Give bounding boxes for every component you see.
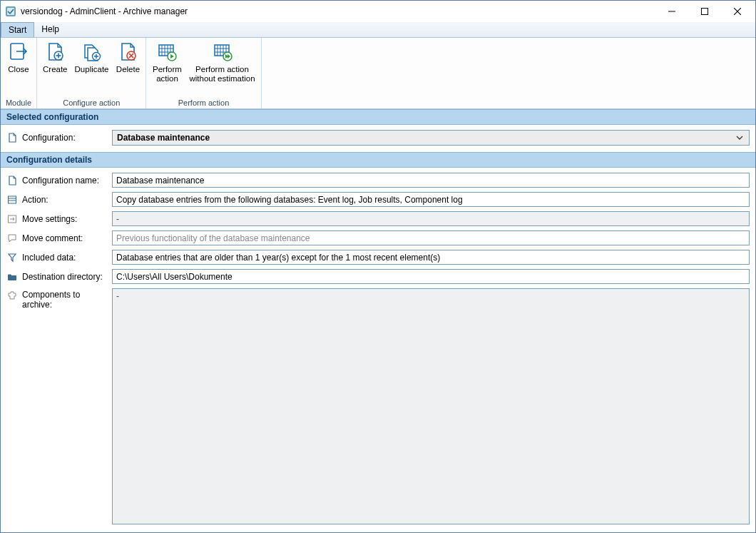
- destination-field[interactable]: [112, 269, 750, 284]
- ribbon-btn-label: Perform action without estimation: [189, 65, 255, 83]
- ribbon-group-module: Close Module: [1, 38, 37, 108]
- action-label: Action:: [22, 195, 108, 205]
- ribbon-group-label: Perform action: [149, 98, 257, 108]
- menu-start[interactable]: Start: [1, 22, 34, 37]
- included-data-label: Included data:: [22, 253, 108, 263]
- perform-no-estimation-button[interactable]: Perform action without estimation: [186, 39, 257, 85]
- titlebar: versiondog - AdminClient - Archive manag…: [1, 1, 755, 22]
- ribbon-btn-label: Delete: [116, 65, 140, 74]
- configuration-dropdown[interactable]: Database maintenance: [112, 130, 750, 146]
- menubar: Start Help: [1, 22, 755, 38]
- close-module-icon: [7, 41, 30, 64]
- config-name-label: Configuration name:: [22, 176, 108, 186]
- perform-icon: [155, 41, 178, 64]
- move-settings-field: [112, 211, 750, 226]
- move-settings-label: Move settings:: [22, 214, 108, 224]
- ribbon: Close Module Create: [1, 38, 755, 109]
- move-settings-icon: [6, 213, 18, 225]
- window-controls: [655, 1, 754, 22]
- ribbon-group-label: Configure action: [40, 98, 143, 108]
- chevron-down-icon: [736, 134, 749, 141]
- app-icon: [5, 6, 16, 17]
- document-icon: [6, 175, 18, 186]
- perform-noest-icon: [211, 41, 234, 64]
- doc-dup-icon: [81, 41, 103, 64]
- action-field[interactable]: [112, 192, 750, 207]
- filter-icon: [6, 252, 18, 263]
- create-button[interactable]: Create: [40, 39, 71, 76]
- maximize-icon: [701, 8, 708, 15]
- action-icon: [6, 194, 18, 205]
- components-to-archive-box: -: [112, 288, 750, 524]
- configuration-details-header: Configuration details: [1, 152, 755, 168]
- maximize-button[interactable]: [688, 1, 721, 22]
- menu-help[interactable]: Help: [34, 22, 66, 37]
- svg-rect-3: [702, 9, 708, 15]
- move-comment-label: Move comment:: [22, 233, 108, 243]
- configuration-label: Configuration:: [22, 133, 108, 143]
- folder-icon: [6, 271, 18, 283]
- components-label: Components to archive:: [22, 290, 108, 310]
- close-window-button[interactable]: [721, 1, 754, 22]
- document-icon: [6, 132, 18, 143]
- ribbon-group-perform: Perform action Perform action without es…: [146, 38, 261, 108]
- selected-configuration-header: Selected configuration: [1, 109, 755, 125]
- ribbon-btn-label: Close: [8, 65, 29, 74]
- window-title: versiondog - AdminClient - Archive manag…: [21, 6, 655, 16]
- doc-delete-icon: [116, 41, 139, 64]
- duplicate-button[interactable]: Duplicate: [72, 39, 112, 76]
- close-button[interactable]: Close: [4, 39, 34, 76]
- delete-button[interactable]: Delete: [113, 39, 143, 76]
- perform-action-button[interactable]: Perform action: [149, 39, 185, 85]
- destination-label: Destination directory:: [22, 272, 108, 282]
- included-data-field[interactable]: [112, 250, 750, 265]
- doc-plus-icon: [44, 41, 66, 64]
- comment-icon: [6, 233, 18, 244]
- minimize-icon: [668, 8, 675, 15]
- minimize-button[interactable]: [655, 1, 688, 22]
- ribbon-btn-label: Duplicate: [75, 65, 109, 74]
- config-name-field[interactable]: [112, 173, 750, 188]
- components-icon: [6, 290, 18, 301]
- configuration-dropdown-value: Database maintenance: [113, 133, 736, 143]
- ribbon-btn-label: Create: [43, 65, 68, 74]
- move-comment-field[interactable]: [112, 230, 750, 245]
- close-icon: [734, 8, 741, 15]
- ribbon-group-configure: Create Duplicate: [37, 38, 146, 108]
- svg-rect-32: [9, 196, 16, 203]
- ribbon-btn-label: Perform action: [153, 65, 182, 83]
- ribbon-group-label: Module: [4, 98, 34, 108]
